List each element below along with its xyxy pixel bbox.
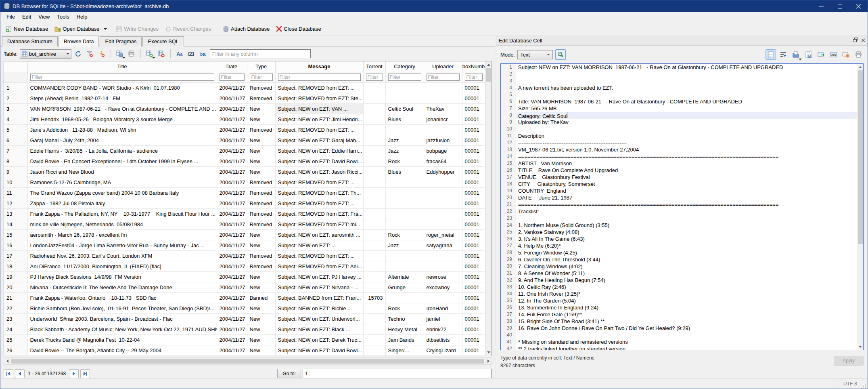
cell-type[interactable]: New — [247, 229, 275, 240]
cell-date[interactable]: 2004/11/27 ... — [217, 82, 247, 93]
cell-category[interactable]: Techno — [385, 313, 424, 324]
cell-box[interactable]: 00001 — [462, 219, 485, 229]
cell-date[interactable]: 2004/11/27 ... — [217, 177, 247, 187]
table-row[interactable]: 21Frank Zappa - Waterloo, Ontario 18-11.… — [4, 292, 485, 303]
row-number[interactable]: 24 — [4, 324, 27, 334]
cell-message[interactable]: Subject: REMOVED from EZT: ... — [275, 250, 363, 261]
editor-vertical-scrollbar[interactable] — [857, 64, 863, 350]
cell-type[interactable]: New — [247, 114, 275, 124]
row-number[interactable]: 26 — [4, 345, 27, 355]
row-number[interactable]: 11 — [4, 187, 27, 198]
cell-date[interactable]: 2004/11/27 ... — [217, 156, 247, 166]
cell-torrent[interactable] — [363, 93, 385, 103]
cell-box[interactable]: 00001 — [462, 292, 485, 303]
cell-date[interactable]: 2004/11/27 ... — [217, 292, 247, 303]
cell-category[interactable] — [385, 292, 424, 303]
cell-torrent[interactable] — [363, 261, 385, 271]
cell-torrent[interactable] — [363, 229, 385, 240]
cell-date[interactable]: 2004/11/27 ... — [217, 114, 247, 124]
cell-torrent[interactable] — [363, 187, 385, 198]
table-row[interactable]: 23Underworld S#nar 2003, Barcelona, Spai… — [4, 313, 485, 324]
tab-edit-pragmas[interactable]: Edit Pragmas — [100, 36, 142, 46]
cell-uploader[interactable]: newrose — [424, 271, 462, 282]
scroll-right-arrow[interactable] — [485, 358, 492, 364]
cell-box[interactable]: 00001 — [462, 177, 485, 187]
editor-scroll-up-arrow[interactable] — [857, 64, 864, 70]
cell-date[interactable]: 2004/11/27 ... — [217, 271, 247, 282]
new-record-button[interactable] — [145, 49, 155, 59]
cell-date[interactable]: 2004/11/27 ... — [217, 145, 247, 156]
filter-input-category[interactable] — [388, 74, 421, 81]
cell-message[interactable]: Subject: NEW on EZT: Garaj Mah... — [275, 135, 363, 145]
table-row[interactable]: 22Richie Sambora (Bon Jovi solo), 01-16-… — [4, 303, 485, 313]
cell-message[interactable]: Subject: REMOVED from EZT: ... — [275, 82, 363, 93]
cell-box[interactable]: 00001 — [462, 135, 485, 145]
cell-type[interactable]: Removed — [247, 93, 275, 103]
cell-date[interactable]: 2004/11/27 ... — [217, 103, 247, 114]
scroll-left-arrow[interactable] — [4, 358, 10, 364]
cell-title[interactable]: Frank Zappa - Waterloo, Ontario 18-11.73… — [27, 292, 217, 303]
cell-uploader[interactable] — [424, 208, 462, 219]
cell-box[interactable]: 00001 — [462, 124, 485, 135]
cell-torrent[interactable] — [363, 124, 385, 135]
menu-file[interactable]: File — [3, 13, 19, 21]
cell-message[interactable]: Subject: REMOVED from EZT: ... — [275, 177, 363, 187]
cell-type[interactable]: New — [247, 156, 275, 166]
menu-edit[interactable]: Edit — [19, 13, 35, 21]
encoding-indicator[interactable]: UTF-8 — [839, 380, 861, 387]
close-button[interactable] — [849, 0, 868, 12]
cell-torrent[interactable] — [363, 324, 385, 334]
grid-hscrollbar-thumb[interactable] — [11, 359, 484, 364]
cell-category[interactable] — [385, 219, 424, 229]
cell-torrent[interactable] — [363, 334, 385, 345]
cell-message[interactable]: Subject: NEW on EZT: Underworl... — [275, 313, 363, 324]
table-row[interactable]: 18Ani DiFranco 11/17/2000 Bloomington, I… — [4, 261, 485, 271]
cell-type[interactable]: New — [247, 324, 275, 334]
cell-box[interactable]: 00001 — [462, 261, 485, 271]
cell-date[interactable]: 2004/11/27 ... — [217, 124, 247, 135]
table-row[interactable]: 16LondonJazzFest04 - Jorge Lima Barretto… — [4, 240, 485, 250]
table-row[interactable]: 20Nirvana - Outcesticide II: The Needle … — [4, 282, 485, 292]
table-row[interactable]: 13Frank Zappa - The Palladium, NY, NY 10… — [4, 208, 485, 219]
cell-title[interactable]: Zappa - 1982 Jul 08 Pistoia Italy — [27, 198, 217, 208]
table-row[interactable]: 17Radiohead Nov. 26, 2003, Earl's Court,… — [4, 250, 485, 261]
print-button[interactable] — [127, 49, 136, 59]
cell-category[interactable]: Blues — [385, 166, 424, 177]
table-row[interactable]: 15aerosmith - March 26, 1978 - excellent… — [4, 229, 485, 240]
cell-date[interactable]: 2004/11/27 ... — [217, 345, 247, 355]
search-button[interactable] — [186, 49, 196, 59]
filter-input-date[interactable] — [220, 74, 245, 81]
table-row[interactable]: 26David Bowie -- The Borgata, Atlantic C… — [4, 345, 485, 355]
cell-type[interactable]: New — [247, 103, 275, 114]
cell-date[interactable]: 2004/11/27 ... — [217, 198, 247, 208]
cell-type[interactable]: Removed — [247, 198, 275, 208]
cell-uploader[interactable]: dtbsetlists — [424, 334, 462, 345]
row-number[interactable]: 17 — [4, 250, 27, 261]
cell-category[interactable] — [385, 93, 424, 103]
cell-torrent[interactable] — [363, 250, 385, 261]
cell-date[interactable]: 2004/11/27 ... — [217, 208, 247, 219]
cell-message[interactable]: Subject: NEW on EZT: PJ Harvey ... — [275, 271, 363, 282]
cell-box[interactable]: 00001 — [462, 114, 485, 124]
col-header-title[interactable]: Title — [27, 61, 217, 72]
row-number[interactable]: 13 — [4, 208, 27, 219]
cell-type[interactable]: New — [247, 145, 275, 156]
filter-input-title[interactable] — [30, 74, 214, 81]
cell-torrent[interactable] — [363, 313, 385, 324]
table-row[interactable]: 7Eddie Harris - 3/20/85 - La Jolla, Cali… — [4, 145, 485, 156]
filter-input-boxnumb[interactable] — [465, 74, 483, 81]
cell-category[interactable] — [385, 82, 424, 93]
cell-title[interactable]: Nirvana - Outcesticide II: The Needle An… — [27, 282, 217, 292]
word-wrap-button[interactable] — [778, 49, 789, 60]
cell-box[interactable]: 00001 — [462, 282, 485, 292]
cell-title[interactable]: VAN MORRISON 1987-06-21 - Rave On at Gla… — [27, 103, 217, 114]
open-database-button[interactable]: Open Database — [52, 24, 102, 34]
cell-uploader[interactable]: TheXav — [424, 103, 462, 114]
cell-uploader[interactable] — [424, 250, 462, 261]
cell-type[interactable]: New — [247, 135, 275, 145]
row-number[interactable]: 23 — [4, 313, 27, 324]
cell-title[interactable]: Underworld S#nar 2003, Barcelona, Spain … — [27, 313, 217, 324]
cell-box[interactable]: 00001 — [462, 145, 485, 156]
cell-torrent[interactable] — [363, 345, 385, 355]
scroll-down-arrow[interactable] — [485, 349, 492, 356]
